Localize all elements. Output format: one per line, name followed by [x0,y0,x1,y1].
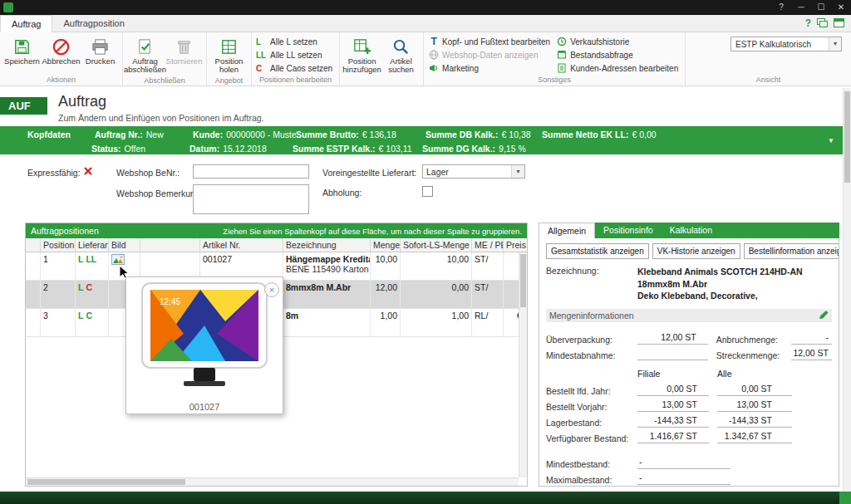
resize-grip[interactable] [839,492,851,504]
abholung-checkbox[interactable] [422,186,433,197]
lieferart-dropdown[interactable]: Lager ▾ [422,164,525,179]
sales-history-button[interactable]: Verkaufshistorie [554,35,682,48]
webshop-bemerkung-input[interactable] [193,184,309,214]
scrollbar-thumb[interactable] [27,479,185,485]
show-total-statistics-button[interactable]: Gesamtstatistik anzeigen [546,243,649,259]
tab-auftragposition[interactable]: Auftragposition [52,15,135,32]
mindestbestand-value[interactable]: - [637,457,730,469]
summe-db-label: Summe DB Kalk.: [426,130,499,139]
column-header-menge[interactable]: Menge [371,238,401,252]
summe-db-value: € 10,38 [502,130,531,139]
save-button[interactable]: Speichern [2,35,42,66]
show-vk-history-button[interactable]: VK-Historie anzeigen [652,243,740,259]
ribbon-help-icon[interactable]: ? [805,17,811,29]
ribbon-group-sonstiges: T Kopf- und Fußtext bearbeiten Webshop-D… [424,32,686,86]
maximize-button[interactable]: ☐ [811,0,831,15]
positions-horizontal-scrollbar[interactable] [26,477,519,486]
edit-customer-addresses-button[interactable]: Kunden-Adressen bearbeiten [554,61,682,75]
layout-windows-icon[interactable] [817,18,828,29]
cancel-order-button[interactable]: Stornieren [165,35,204,66]
mindestabnahme-value[interactable] [637,348,708,360]
status-bar [0,492,851,504]
scrollbar-thumb[interactable] [844,91,850,183]
column-header-me-pe[interactable]: ME / PE [472,238,504,252]
anbruchmenge-label: Anbruchmenge: [716,335,791,345]
edit-header-footer-text-button[interactable]: T Kopf- und Fußtext bearbeiten [426,35,554,48]
sales-history-label: Verkaufshistorie [570,37,629,46]
band-expand-icon[interactable]: ▼ [828,137,834,144]
express-no-icon [83,166,93,178]
column-header-bild[interactable]: Bild [109,238,140,252]
tab-auftrag[interactable]: Auftrag [0,15,52,32]
tab-kalkulation[interactable]: Kalkulation [662,223,721,238]
ueberverpackung-value[interactable]: 12,00 ST [637,332,708,345]
streckenmenge-value[interactable]: 12,00 ST [791,348,832,360]
group-caption-abschliessen: Abschließen [125,76,204,86]
positions-vertical-scrollbar[interactable] [519,252,527,477]
bestellt-lfd-jahr-filiale: 0,00 ST [637,384,709,396]
close-button[interactable]: ✕ [831,0,851,15]
column-header-blank[interactable] [140,238,200,252]
column-header-sofort-ls-menge[interactable]: Sofort-LS-Menge [401,238,472,252]
kopfdaten-band[interactable]: Kopfdaten Auftrag Nr.:New Kunde:00000000… [0,126,843,154]
anbruchmenge-value[interactable]: - [791,332,832,345]
stock-query-button[interactable]: Bestandsabfrage [554,48,682,61]
verfuegbarer-bestand-label: Verfügbarer Bestand: [546,433,637,443]
cell-sofort-ls-menge: 10,00 [401,252,472,280]
product-photo [126,277,283,394]
print-button[interactable]: Drucken [81,35,120,66]
maximalbestand-label: Maximalbestand: [546,475,637,485]
ribbon-collapse-icon[interactable] [834,18,844,29]
maximalbestand-value[interactable]: - [637,472,730,485]
show-webshop-data-button[interactable]: Webshop-Daten anzeigen [426,48,554,61]
minimize-button[interactable]: ─ [791,0,811,15]
status-label: Status: [91,144,121,154]
ribbon-group-ansicht: ESTP Kalkulatorisch ▾ Ansicht [686,32,851,86]
set-all-ll-button[interactable]: LL Alle LL setzen [254,48,337,61]
megaphone-icon [428,63,440,73]
cancel-icon [52,36,71,57]
add-grid-icon [352,36,371,57]
page-header: AUF Auftrag Zum Ändern und Einfügen von … [0,86,851,126]
help-window-button[interactable]: ? [771,0,791,15]
group-by-hint[interactable]: Ziehen Sie einen Spaltenkopf auf diese F… [223,227,522,236]
app-vertical-scrollbar[interactable] [843,88,851,492]
column-header-lieferart[interactable]: Lieferart [76,238,109,252]
add-position-button[interactable]: Position hinzufügen [342,35,381,76]
tab-positionsinfo[interactable]: Positionsinfo [595,223,662,238]
positions-panel-header: Auftragpositionen Ziehen Sie einen Spalt… [26,223,527,238]
column-header-position[interactable]: Position [41,238,76,252]
lieferart-l-flag: L [78,254,83,264]
search-icon [391,36,411,57]
status-value: Offen [125,144,146,154]
image-popup-caption: 001027 [126,402,283,412]
view-dropdown-value: ESTP Kalkulatorisch [735,40,811,49]
column-header-preis-netto[interactable]: Preis netto [504,238,528,252]
fetch-position-button[interactable]: Position holen [209,35,248,76]
cell-me-pe: RL/ [472,309,504,336]
stock-row: Verfügbarer Bestand: 1.416,67 ST 1.342,6… [546,428,832,443]
positions-panel: Auftragpositionen Ziehen Sie einen Spalt… [25,223,528,487]
set-all-caos-button[interactable]: C Alle Caos setzen [254,61,337,75]
summe-brutto-value: € 136,18 [362,130,396,139]
close-order-button[interactable]: Auftrag abschließen [125,35,165,76]
cell-sofort-ls-menge: 0,00 [401,281,472,308]
image-popup-close-icon[interactable]: × [264,282,279,297]
view-dropdown[interactable]: ESTP Kalkulatorisch ▾ [730,37,842,51]
abholung-label: Abholung: [322,188,362,198]
tab-allgemein[interactable]: Allgemein [539,223,595,238]
webshop-benr-input[interactable] [193,164,309,179]
cancel-button[interactable]: Abbrechen [42,35,81,66]
column-header-bezeichnung[interactable]: Bezeichnung [283,238,371,252]
search-article-button[interactable]: Artikel suchen [381,35,421,76]
lieferart-label: Voreingestellte Lieferart: [322,168,416,178]
ribbon-group-abschliessen: Auftrag abschließen Stornieren Abschließ… [123,32,207,86]
scrollbar-thumb[interactable] [520,254,526,307]
verfuegbarer-bestand-filiale: 1.416,67 ST [637,431,709,443]
set-all-l-button[interactable]: L Alle L setzen [254,35,337,48]
edit-customer-addresses-label: Kunden-Adressen bearbeiten [570,64,678,73]
edit-pencil-icon[interactable] [819,310,829,321]
marketing-button[interactable]: Marketing [426,61,554,75]
column-header-artikel-nr[interactable]: Artikel Nr. [200,238,283,252]
show-order-info-button[interactable]: Bestellinformation anzeigen [744,243,839,259]
